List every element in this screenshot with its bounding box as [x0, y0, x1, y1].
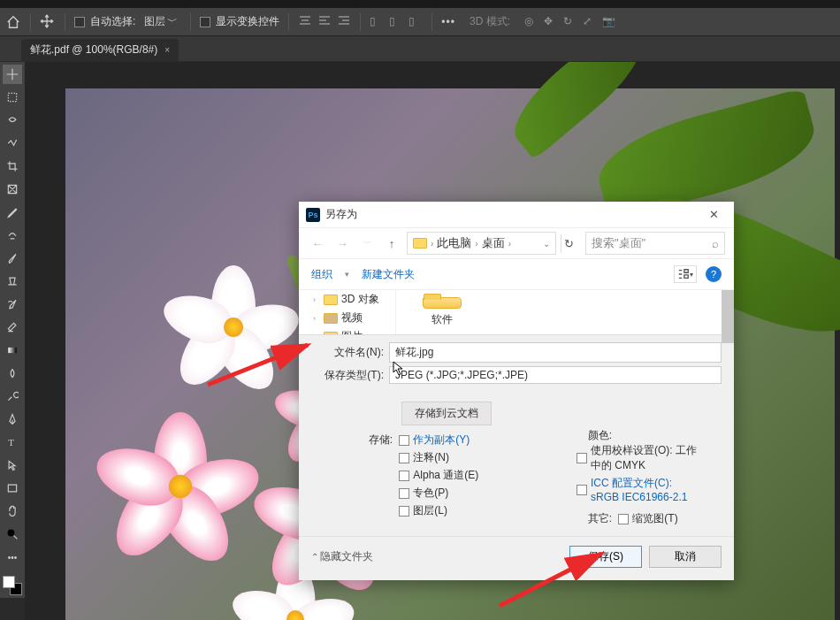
breadcrumb-segment[interactable]: 桌面 — [482, 235, 505, 251]
refresh-button[interactable]: ↻ — [561, 234, 580, 253]
tab-title: 鲜花.pdf @ 100%(RGB/8#) — [30, 42, 157, 57]
dialog-titlebar[interactable]: Ps 另存为 ✕ — [299, 202, 734, 228]
frame-tool[interactable] — [3, 180, 22, 199]
scrollbar[interactable] — [722, 290, 734, 334]
home-icon[interactable] — [5, 14, 21, 30]
use-proof-checkbox[interactable]: 使用校样设置(O): 工作中的 CMYK — [577, 443, 700, 473]
help-icon[interactable]: ? — [706, 266, 722, 282]
nav-up-button[interactable]: ↑ — [382, 233, 401, 253]
dialog-options: 存储到云文档 存储: 作为副本(Y) 注释(N) Alpha 通道(E) 专色(… — [299, 394, 734, 536]
3d-roll-icon[interactable]: ↻ — [563, 15, 577, 29]
organize-menu[interactable]: 组织 — [311, 267, 332, 282]
eyedropper-tool[interactable] — [3, 203, 22, 222]
tree-item-videos[interactable]: ›视频 — [299, 309, 395, 327]
save-button[interactable]: 保存(S) — [569, 546, 642, 568]
scrollbar-thumb[interactable] — [722, 290, 734, 343]
pen-tool[interactable] — [3, 410, 22, 429]
path-dropdown-icon[interactable]: ⌄ — [543, 239, 550, 249]
distribute-icon-1[interactable]: ▯ — [370, 15, 384, 29]
document-tab[interactable]: 鲜花.pdf @ 100%(RGB/8#) × — [21, 39, 179, 61]
path-breadcrumb[interactable]: › 此电脑 › 桌面 › ⌄ — [407, 232, 556, 255]
chevron-down-icon: ﹀ — [167, 14, 178, 29]
chevron-right-icon: › — [508, 239, 511, 249]
clone-stamp-tool[interactable] — [3, 272, 22, 291]
path-select-tool[interactable] — [3, 455, 22, 475]
breadcrumb-segment[interactable]: 此电脑 — [437, 235, 471, 251]
align-icon-3[interactable] — [337, 15, 351, 29]
svg-rect-0 — [8, 348, 16, 353]
new-folder-button[interactable]: 新建文件夹 — [362, 267, 415, 282]
show-transform-checkbox[interactable] — [200, 17, 210, 27]
edit-toolbar-icon[interactable]: ••• — [3, 547, 22, 567]
move-tool[interactable] — [3, 65, 22, 84]
notes-checkbox[interactable]: 注释(N) — [399, 450, 478, 465]
photoshop-icon: Ps — [306, 208, 320, 222]
cancel-button[interactable]: 取消 — [649, 546, 722, 568]
save-to-cloud-button[interactable]: 存储到云文档 — [401, 402, 492, 425]
3d-camera-icon[interactable]: 📷 — [602, 15, 616, 29]
nav-recent-dropdown[interactable]: ﹀ — [357, 233, 377, 253]
dodge-tool[interactable] — [3, 387, 22, 406]
quick-select-tool[interactable] — [3, 134, 22, 153]
hand-tool[interactable] — [3, 501, 22, 521]
dialog-title: 另存为 — [325, 207, 357, 222]
type-tool[interactable]: T — [3, 432, 22, 452]
filename-label: 文件名(N): — [311, 345, 389, 360]
separator — [65, 13, 65, 31]
auto-select-checkbox[interactable] — [74, 17, 85, 27]
foreground-color[interactable] — [3, 576, 15, 588]
nav-back-button[interactable]: ← — [308, 233, 327, 253]
color-options-label: 颜色: — [577, 428, 615, 443]
file-item-folder[interactable]: 软件 — [410, 297, 474, 327]
spot-checkbox[interactable]: 专色(P) — [399, 486, 478, 501]
tree-item-3d-objects[interactable]: ›3D 对象 — [299, 290, 395, 309]
folder-icon — [413, 238, 427, 249]
move-tool-icon[interactable] — [40, 14, 56, 30]
nav-forward-button[interactable]: → — [332, 233, 352, 253]
folder-tree: ›3D 对象 ›视频 ›图片 ›文档 ›下载 ›音乐 桌面 — [299, 290, 396, 334]
distribute-icon-2[interactable]: ▯ — [389, 15, 403, 29]
as-copy-checkbox[interactable]: 作为副本(Y) — [399, 432, 478, 448]
filetype-select[interactable]: JPEG (*.JPG;*.JPEG;*.JPE) — [389, 366, 722, 384]
3d-pan-icon[interactable]: ✥ — [544, 15, 558, 29]
view-mode-button[interactable]: ▾ — [674, 265, 697, 283]
crop-tool[interactable] — [3, 157, 22, 176]
lasso-tool[interactable] — [3, 111, 22, 130]
close-dialog-button[interactable]: ✕ — [700, 204, 727, 226]
icc-profile-checkbox[interactable]: ICC 配置文件(C): sRGB IEC61966-2.1 — [577, 476, 700, 503]
tree-item-pictures[interactable]: ›图片 — [299, 327, 395, 334]
file-list[interactable]: 软件 — [396, 290, 734, 334]
thumbnail-checkbox[interactable]: 缩览图(T) — [618, 511, 677, 526]
3d-orbit-icon[interactable]: ◎ — [524, 15, 538, 29]
color-swatch[interactable] — [3, 576, 22, 595]
layer-dropdown[interactable]: 图层 ﹀ — [141, 13, 181, 30]
hide-folders-link[interactable]: ⌃ 隐藏文件夹 — [311, 549, 373, 564]
separator — [190, 13, 191, 31]
align-icon-2[interactable] — [317, 15, 332, 29]
close-tab-icon[interactable]: × — [164, 45, 170, 55]
brush-tool[interactable] — [3, 249, 22, 268]
history-brush-tool[interactable] — [3, 295, 22, 314]
healing-brush-tool[interactable] — [3, 226, 22, 245]
blur-tool[interactable] — [3, 364, 22, 383]
layers-checkbox[interactable]: 图层(L) — [399, 503, 478, 518]
more-options-icon[interactable]: ••• — [441, 16, 455, 28]
3d-scale-icon[interactable]: ⤢ — [583, 15, 597, 29]
separator — [360, 13, 361, 31]
chevron-right-icon: › — [431, 239, 433, 249]
alpha-checkbox[interactable]: Alpha 通道(E) — [399, 468, 478, 483]
zoom-tool[interactable] — [3, 524, 22, 544]
artboard-tool[interactable] — [3, 88, 22, 107]
folder-icon — [324, 313, 338, 324]
align-icon-1[interactable] — [298, 15, 312, 29]
search-input[interactable]: 搜索"桌面" ⌕ — [585, 232, 725, 255]
filetype-label: 保存类型(T): — [311, 368, 389, 383]
dialog-body: ›3D 对象 ›视频 ›图片 ›文档 ›下载 ›音乐 桌面 软件 — [299, 290, 734, 334]
options-bar: 自动选择: 图层 ﹀ 显示变换控件 ▯ ▯ ▯ ••• 3D 模式: ◎ ✥ ↻… — [0, 8, 840, 36]
distribute-icon-3[interactable]: ▯ — [409, 15, 423, 29]
filename-input[interactable]: 鲜花.jpg — [389, 342, 722, 363]
gradient-tool[interactable] — [3, 341, 22, 360]
eraser-tool[interactable] — [3, 318, 22, 337]
shape-tool[interactable] — [3, 478, 22, 498]
search-placeholder: 搜索"桌面" — [592, 235, 645, 251]
